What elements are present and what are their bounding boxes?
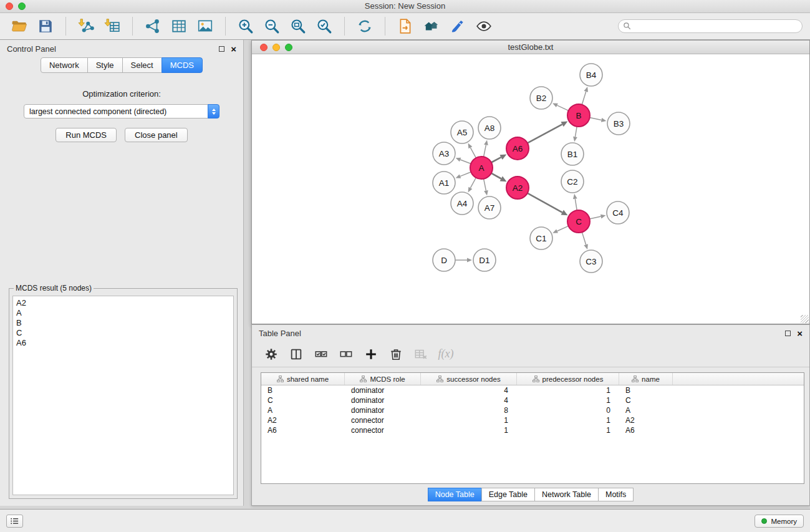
table-cell[interactable]: dominator xyxy=(345,385,421,395)
graph-edge-A-A2[interactable] xyxy=(491,173,501,179)
tab-mcds[interactable]: MCDS xyxy=(162,57,203,73)
save-session-button[interactable] xyxy=(34,16,57,37)
close-panel-button[interactable]: Close panel xyxy=(125,128,188,142)
tab-network[interactable]: Network xyxy=(41,57,88,73)
table-cell[interactable]: C xyxy=(261,395,345,405)
network-canvas[interactable]: B4B2BB3A5A8A6B1A3AC2A1A2A4A7C4CC1C3DD1 xyxy=(252,54,809,324)
zoom-window-button[interactable] xyxy=(18,2,26,10)
delete-button[interactable] xyxy=(385,344,407,365)
window-titlebar[interactable]: Session: New Session xyxy=(0,0,810,13)
table-cell[interactable]: dominator xyxy=(345,405,421,415)
graph-edge-B-B3[interactable] xyxy=(590,118,602,120)
close-window-button[interactable] xyxy=(6,2,13,10)
minimize-network-button[interactable] xyxy=(272,44,280,51)
network-graph[interactable]: B4B2BB3A5A8A6B1A3AC2A1A2A4A7C4CC1C3DD1 xyxy=(252,54,809,324)
tab-motifs[interactable]: Motifs xyxy=(598,488,634,501)
result-list-item[interactable]: A6 xyxy=(16,338,230,348)
memory-button[interactable]: Memory xyxy=(755,515,804,528)
zoom-network-button[interactable] xyxy=(285,44,292,51)
table-row[interactable]: Cdominator41C xyxy=(261,395,804,405)
table-row[interactable]: A6connector11A6 xyxy=(261,425,804,435)
open-session-button[interactable] xyxy=(7,16,31,37)
tab-node-table[interactable]: Node Table xyxy=(428,488,482,501)
table-cell[interactable]: B xyxy=(619,385,673,395)
zoom-in-button[interactable] xyxy=(234,16,258,37)
share-document-button[interactable] xyxy=(393,16,417,37)
graph-edge-B-B4[interactable] xyxy=(582,92,586,105)
new-network-button[interactable] xyxy=(141,16,165,37)
table-cell[interactable]: C xyxy=(619,395,673,405)
graph-edge-A-A8[interactable] xyxy=(484,145,486,157)
column-header-predecessor-nodes[interactable]: predecessor nodes xyxy=(517,373,619,385)
graph-edge-B-B1[interactable] xyxy=(575,127,577,137)
delete-table-button[interactable] xyxy=(410,344,432,365)
style-brush-button[interactable] xyxy=(446,16,470,37)
float-table-panel-icon[interactable] xyxy=(785,331,791,336)
table-cell[interactable]: 0 xyxy=(517,405,619,415)
table-cell[interactable]: A6 xyxy=(619,425,673,435)
zoom-fit-button[interactable] xyxy=(286,16,310,37)
graph-edge-A-A5[interactable] xyxy=(470,148,476,158)
graph-edge-A-A3[interactable] xyxy=(460,160,471,164)
table-cell[interactable]: dominator xyxy=(345,395,421,405)
close-network-button[interactable] xyxy=(260,44,268,51)
table-row[interactable]: Bdominator41B xyxy=(261,385,804,395)
table-settings-button[interactable] xyxy=(261,344,282,365)
tab-style[interactable]: Style xyxy=(87,57,123,73)
optimization-dropdown[interactable]: largest connected component (directed) xyxy=(24,104,219,118)
table-row[interactable]: A2connector11A2 xyxy=(261,415,804,425)
table-cell[interactable]: 1 xyxy=(517,395,619,405)
table-cell[interactable]: A2 xyxy=(261,415,345,425)
graph-edge-A-A7[interactable] xyxy=(484,179,486,191)
table-cell[interactable]: A xyxy=(619,405,673,415)
table-cell[interactable]: A2 xyxy=(619,415,673,425)
graph-edge-C-C4[interactable] xyxy=(590,216,601,219)
graph-edge-B-B2[interactable] xyxy=(557,105,568,111)
column-header-successor-nodes[interactable]: successor nodes xyxy=(421,373,517,385)
table-cell[interactable]: 1 xyxy=(517,415,619,425)
new-table-button[interactable] xyxy=(167,16,191,37)
table-cell[interactable]: 1 xyxy=(517,425,619,435)
import-table-button[interactable] xyxy=(100,16,124,37)
import-network-button[interactable] xyxy=(74,16,98,37)
graph-edge-A6-B[interactable] xyxy=(528,124,562,143)
mcds-result-list[interactable]: A2ABCA6 xyxy=(12,296,234,495)
tab-network-table[interactable]: Network Table xyxy=(534,488,599,501)
export-image-button[interactable] xyxy=(193,16,217,37)
table-cell[interactable]: 1 xyxy=(421,415,517,425)
first-neighbors-button[interactable] xyxy=(420,16,443,37)
table-cell[interactable]: 8 xyxy=(421,405,517,415)
graph-edge-C-C1[interactable] xyxy=(557,226,569,231)
apply-layout-button[interactable] xyxy=(353,16,377,37)
column-visibility-button[interactable] xyxy=(286,344,307,365)
run-mcds-button[interactable]: Run MCDS xyxy=(55,128,117,142)
table-cell[interactable]: B xyxy=(261,385,345,395)
panels-menu-button[interactable] xyxy=(6,515,23,528)
select-all-button[interactable] xyxy=(311,344,332,365)
graph-edge-C-C2[interactable] xyxy=(575,199,577,211)
zoom-selected-button[interactable] xyxy=(312,16,336,37)
zoom-out-button[interactable] xyxy=(260,16,284,37)
result-list-item[interactable]: C xyxy=(16,328,230,338)
float-panel-icon[interactable] xyxy=(219,46,224,52)
graph-edge-A-A1[interactable] xyxy=(460,172,471,177)
result-list-item[interactable]: A2 xyxy=(16,298,230,308)
close-table-panel-icon[interactable]: × xyxy=(797,329,803,338)
table-cell[interactable]: 4 xyxy=(421,385,517,395)
table-cell[interactable]: 1 xyxy=(421,425,517,435)
graph-edge-A-A6[interactable] xyxy=(491,157,501,162)
column-header-mcds-role[interactable]: MCDS role xyxy=(345,373,421,385)
table-cell[interactable]: A6 xyxy=(261,425,345,435)
resize-handle[interactable] xyxy=(801,315,809,323)
table-cell[interactable]: A xyxy=(261,405,345,415)
result-list-item[interactable]: A xyxy=(16,308,230,318)
tab-select[interactable]: Select xyxy=(122,57,162,73)
table-cell[interactable]: connector xyxy=(345,415,421,425)
network-window-titlebar[interactable]: testGlobe.txt xyxy=(252,41,809,54)
search-input[interactable] xyxy=(618,19,803,33)
function-builder-button[interactable]: f(x) xyxy=(435,344,456,365)
graph-edge-C-C3[interactable] xyxy=(582,232,586,244)
column-header-shared-name[interactable]: shared name xyxy=(261,373,345,385)
result-list-item[interactable]: B xyxy=(16,318,230,328)
add-row-button[interactable] xyxy=(360,344,382,365)
